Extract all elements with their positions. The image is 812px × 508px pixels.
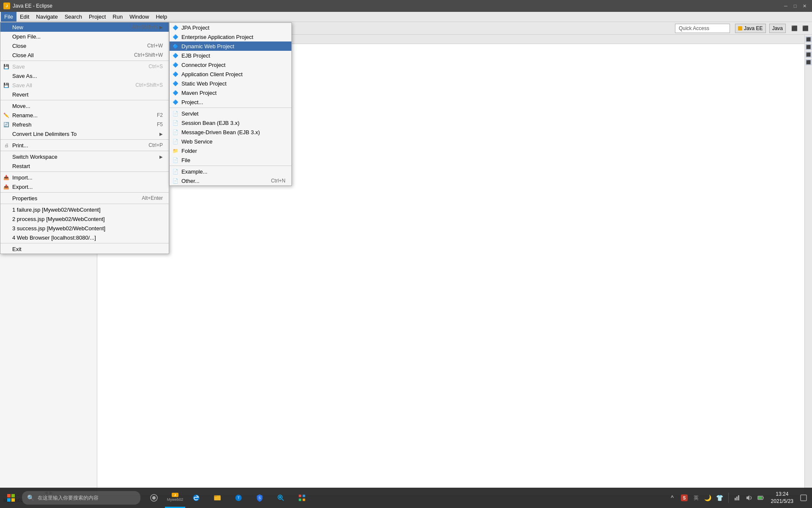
file-menu-item-exit[interactable]: Exit (0, 244, 169, 254)
tray-icon-moon[interactable]: 🌙 (703, 493, 713, 503)
file-menu-item-export[interactable]: 📤 Export... (0, 182, 169, 191)
minimize-button[interactable]: ─ (782, 2, 790, 10)
menu-item-project[interactable]: Project (85, 12, 109, 22)
search-app-icon (277, 494, 285, 502)
file-menu-item-save[interactable]: 💾 Save Ctrl+S (0, 62, 169, 71)
file-menu-item-save-as[interactable]: Save As... (0, 71, 169, 80)
menu-item-navigate[interactable]: Navigate (33, 12, 61, 22)
submenu-item-other[interactable]: 📄 Other... Ctrl+N (170, 176, 291, 185)
file-menu-item-new[interactable]: New Alt+Shift+N ▶ (0, 22, 169, 32)
right-btn-4[interactable]: ⬛ (806, 59, 812, 65)
perspective-java[interactable]: Java (769, 24, 786, 33)
submenu-divider-2 (170, 166, 291, 166)
submenu-item-ejb-project[interactable]: 🔷 EJB Project (170, 51, 291, 60)
svg-rect-25 (758, 497, 762, 499)
tray-notification-btn[interactable] (798, 493, 809, 503)
menu-item-run[interactable]: Run (109, 12, 126, 22)
other-icon: 📄 (172, 177, 179, 184)
taskbar-search-box[interactable]: 🔍 在这里输入你要搜索的内容 (22, 491, 140, 505)
taskbar-files-btn[interactable] (207, 488, 228, 508)
right-btn-1[interactable]: ⬛ (806, 36, 812, 42)
right-btn-2[interactable]: ⬛ (806, 44, 812, 50)
menu-item-help[interactable]: Help (152, 12, 170, 22)
close-button[interactable]: ✕ (800, 2, 809, 10)
menu-item-search[interactable]: Search (61, 12, 85, 22)
file-menu-item-refresh[interactable]: 🔄 Refresh F5 (0, 120, 169, 129)
file-menu-item-close-all[interactable]: Close All Ctrl+Shift+W (0, 50, 169, 60)
file-menu-item-open-file[interactable]: Open File... (0, 32, 169, 41)
taskbar-btn5[interactable]: T (228, 488, 249, 508)
file-menu-recent-3[interactable]: 3 success.jsp [Myweb02/WebContent] (0, 224, 169, 233)
tray-icon-lang[interactable]: 英 (691, 493, 701, 503)
sougou-icon: S (681, 494, 688, 501)
svg-rect-21 (736, 497, 738, 500)
submenu-item-folder[interactable]: 📁 Folder (170, 146, 291, 155)
menu-item-window[interactable]: Window (126, 12, 152, 22)
file-menu-item-switch-workspace[interactable]: Switch Workspace ▶ (0, 152, 169, 161)
taskbar-btn7[interactable] (271, 488, 291, 508)
submenu-item-maven-project[interactable]: 🔷 Maven Project (170, 88, 291, 97)
submenu-item-static-web[interactable]: 🔷 Static Web Project (170, 79, 291, 88)
file-menu-recent-1[interactable]: 1 failure.jsp [Myweb02/WebContent] (0, 205, 169, 214)
file-menu-item-import[interactable]: 📥 Import... (0, 173, 169, 182)
shield-icon: S (255, 494, 264, 502)
toolbar-panel-btn1[interactable]: ⬛ (789, 23, 799, 33)
file-menu-item-restart[interactable]: Restart (0, 161, 169, 171)
file-menu-item-close[interactable]: Close Ctrl+W (0, 41, 169, 50)
submenu-item-dynamic-web[interactable]: 🔷 Dynamic Web Project (170, 41, 291, 51)
taskbar-edge-btn[interactable] (186, 488, 206, 508)
files-icon (213, 494, 222, 502)
submenu-item-connector-project[interactable]: 🔷 Connector Project (170, 60, 291, 69)
file-menu-recent-2[interactable]: 2 process.jsp [Myweb02/WebContent] (0, 214, 169, 224)
file-menu-item-properties[interactable]: Properties Alt+Enter (0, 193, 169, 203)
tray-area: ^ S 英 🌙 👕 (667, 491, 812, 505)
submenu-item-servlet[interactable]: 📄 Servlet (170, 109, 291, 118)
menu-item-edit[interactable]: Edit (16, 12, 33, 22)
file-menu-item-convert[interactable]: Convert Line Delimiters To ▶ (0, 129, 169, 138)
submenu-item-message-bean[interactable]: 📄 Message-Driven Bean (EJB 3.x) (170, 127, 291, 137)
clock-area[interactable]: 13:24 2021/5/23 (768, 491, 797, 505)
submenu-item-app-client[interactable]: 🔷 Application Client Project (170, 69, 291, 79)
static-web-icon: 🔷 (172, 80, 179, 87)
taskbar-btn8[interactable] (292, 488, 312, 508)
file-menu-recent-4[interactable]: 4 Web Browser [localhost:8080/...] (0, 233, 169, 242)
maximize-button[interactable]: □ (791, 2, 799, 10)
svg-rect-7 (214, 497, 221, 500)
tray-icon-1[interactable]: S (679, 493, 689, 503)
tray-network-icon[interactable] (732, 493, 742, 503)
save-icon: 💾 (3, 63, 10, 70)
tray-icon-clothes[interactable]: 👕 (715, 493, 725, 503)
title-left: J Java EE - Eclipse (3, 3, 52, 9)
toolbar-panel-btn2[interactable]: ⬛ (800, 23, 810, 33)
submenu-item-example[interactable]: 📄 Example... (170, 167, 291, 176)
right-btn-3[interactable]: ⬛ (806, 52, 812, 58)
titlebar: J Java EE - Eclipse ─ □ ✕ (0, 0, 812, 12)
clock-time: 13:24 (771, 491, 793, 498)
import-icon: 📥 (3, 174, 10, 181)
submenu-item-file[interactable]: 📄 File (170, 155, 291, 165)
perspective-java-ee[interactable]: Java EE (735, 24, 766, 33)
taskbar-eclipse-btn[interactable]: J Myweb02 (165, 488, 185, 508)
submenu-item-web-service[interactable]: 📄 Web Service (170, 137, 291, 146)
file-menu-item-print[interactable]: 🖨 Print... Ctrl+P (0, 141, 169, 150)
file-menu-item-rename[interactable]: ✏️ Rename... F2 (0, 110, 169, 120)
svg-rect-17 (303, 499, 305, 501)
svg-text:S: S (258, 496, 261, 500)
start-button[interactable] (0, 488, 22, 508)
taskbar-btn6[interactable]: S (250, 488, 270, 508)
submenu-item-enterprise-app[interactable]: 🔷 Enterprise Application Project (170, 32, 291, 41)
file-menu-item-move[interactable]: Move... (0, 101, 169, 110)
submenu-item-session-bean[interactable]: 📄 Session Bean (EJB 3.x) (170, 118, 291, 127)
file-menu-item-revert[interactable]: Revert (0, 90, 169, 99)
quick-access-input[interactable]: Quick Access (675, 24, 730, 33)
file-menu-divider-6 (0, 192, 169, 193)
file-menu-item-save-all[interactable]: 💾 Save All Ctrl+Shift+S (0, 80, 169, 90)
tray-volume-icon[interactable] (744, 493, 754, 503)
tray-battery-icon[interactable] (756, 493, 766, 503)
menu-item-file[interactable]: File (1, 12, 16, 22)
file-menu-divider-4 (0, 151, 169, 151)
submenu-item-project[interactable]: 🔷 Project... (170, 97, 291, 107)
taskbar-task-view-btn[interactable] (144, 488, 164, 508)
submenu-item-jpa-project[interactable]: 🔷 JPA Project (170, 23, 291, 32)
tray-show-hidden-btn[interactable]: ^ (667, 493, 678, 503)
